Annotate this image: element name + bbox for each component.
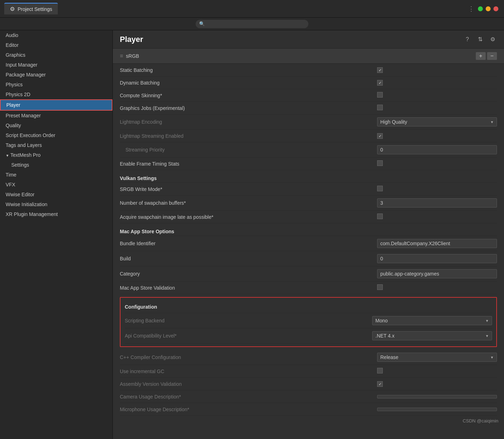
swapchain-buffers-field[interactable]: 3: [377, 198, 497, 208]
compute-skinning-checkbox[interactable]: [377, 92, 383, 98]
assembly-validation-row: Assembly Version Validation: [120, 378, 497, 390]
swapchain-buffers-label: Number of swapchain buffers*: [120, 200, 377, 206]
frame-timing-value: [377, 160, 497, 167]
content-scroll[interactable]: ≡ sRGB + − Static Batching: [113, 49, 504, 439]
bundle-id-field[interactable]: com.DefaultCompany.X26Client: [377, 239, 497, 248]
config-section: Configuration Scripting Backend Mono ▼ A…: [120, 297, 497, 347]
search-input[interactable]: [207, 21, 305, 26]
dots-icon: ⋮: [468, 5, 475, 13]
static-batching-value: [377, 67, 497, 73]
static-batching-row: Static Batching: [120, 64, 497, 76]
cpp-compiler-dropdown[interactable]: Release ▼: [377, 353, 497, 362]
lightmap-encoding-option: High Quality: [380, 119, 407, 125]
add-button[interactable]: +: [476, 52, 486, 60]
scripting-backend-value: Mono ▼: [372, 316, 492, 325]
sidebar-item-xr-plugin[interactable]: XR Plugin Management: [0, 209, 112, 219]
assembly-validation-checkbox[interactable]: [377, 381, 383, 387]
sidebar-item-audio[interactable]: Audio: [0, 30, 112, 40]
streaming-priority-field[interactable]: 0: [377, 145, 497, 154]
sidebar-item-tags-and-layers[interactable]: Tags and Layers: [0, 140, 112, 150]
sidebar-item-physics[interactable]: Physics: [0, 80, 112, 89]
mac-heading-label: Mac App Store Options: [120, 229, 174, 234]
maximize-button[interactable]: [478, 6, 483, 11]
microphone-usage-label: Microphone Usage Description*: [120, 407, 377, 412]
lightmap-encoding-row: Lightmap Encoding High Quality ▼: [120, 115, 497, 130]
settings-gear-icon[interactable]: ⚙: [488, 35, 497, 44]
mac-validation-value: [377, 284, 497, 291]
frame-timing-label: Enable Frame Timing Stats: [120, 161, 377, 167]
graphics-jobs-value: [377, 105, 497, 111]
title-bar-label: Project Settings: [18, 6, 52, 12]
dynamic-batching-checkbox[interactable]: [377, 80, 383, 86]
lightmap-encoding-dropdown[interactable]: High Quality ▼: [377, 117, 497, 126]
srgb-label: sRGB: [126, 53, 139, 59]
mac-validation-label: Mac App Store Validation: [120, 285, 377, 291]
sidebar-item-package-manager[interactable]: Package Manager: [0, 70, 112, 80]
content-area: Player ? ⇅ ⚙ ≡ sRGB + −: [113, 30, 504, 439]
srgb-write-checkbox[interactable]: [377, 186, 383, 191]
compute-skinning-label: Compute Skinning*: [120, 93, 377, 98]
sidebar-item-script-execution-order[interactable]: Script Execution Order: [0, 130, 112, 140]
remove-button[interactable]: −: [487, 52, 497, 60]
microphone-usage-field[interactable]: [377, 408, 497, 411]
sidebar-item-textmesh-pro[interactable]: ▼ TextMesh Pro: [0, 150, 112, 160]
build-label: Build: [120, 256, 377, 261]
sidebar-item-physics-2d[interactable]: Physics 2D: [0, 89, 112, 99]
graphics-jobs-label: Graphics Jobs (Experimental): [120, 105, 377, 111]
page-title: Player: [120, 35, 463, 44]
srgb-write-row: SRGB Write Mode*: [120, 183, 497, 196]
lightmap-encoding-value: High Quality ▼: [377, 117, 497, 126]
minimize-button[interactable]: [486, 6, 491, 11]
api-compat-value: .NET 4.x ▼: [372, 331, 492, 340]
extra-settings-section: C++ Compiler Configuration Release ▼ Use…: [113, 350, 504, 416]
swapchain-buffers-row: Number of swapchain buffers* 3: [120, 196, 497, 211]
add-remove-buttons: + −: [476, 52, 497, 60]
sidebar-item-player[interactable]: Player: [0, 99, 112, 111]
sidebar-item-wwise-editor[interactable]: Wwise Editor: [0, 190, 112, 199]
sidebar-item-editor[interactable]: Editor: [0, 40, 112, 50]
srgb-handle-icon: ≡: [120, 53, 123, 59]
incremental-gc-checkbox[interactable]: [377, 368, 383, 373]
graphics-jobs-checkbox[interactable]: [377, 105, 383, 110]
title-bar-tab[interactable]: ⚙ Project Settings: [4, 3, 58, 14]
mac-validation-checkbox[interactable]: [377, 284, 383, 290]
api-compat-option: .NET 4.x: [375, 333, 394, 339]
bundle-id-label: Bundle Identifier: [120, 241, 377, 246]
sidebar-item-input-manager[interactable]: Input Manager: [0, 60, 112, 70]
sidebar-item-preset-manager[interactable]: Preset Manager: [0, 111, 112, 120]
assembly-validation-value: [377, 381, 497, 387]
frame-timing-checkbox[interactable]: [377, 160, 383, 166]
close-button[interactable]: [493, 6, 498, 11]
bundle-id-row: Bundle Identifier com.DefaultCompany.X26…: [120, 236, 497, 251]
sidebar-item-vfx[interactable]: VFX: [0, 180, 112, 190]
vulkan-heading: Vulkan Settings: [120, 170, 497, 183]
scripting-backend-arrow: ▼: [485, 319, 489, 323]
lightmap-streaming-value: [377, 133, 497, 139]
static-batching-checkbox[interactable]: [377, 67, 383, 73]
sidebar-item-graphics[interactable]: Graphics: [0, 50, 112, 60]
sidebar-item-wwise-init[interactable]: Wwise Initialization: [0, 199, 112, 209]
scripting-backend-dropdown[interactable]: Mono ▼: [372, 316, 492, 325]
search-wrap[interactable]: 🔍: [196, 20, 308, 28]
lightmap-streaming-checkbox[interactable]: [377, 133, 383, 139]
api-compat-arrow: ▼: [485, 334, 489, 338]
help-icon[interactable]: ?: [463, 35, 472, 44]
sidebar-item-settings[interactable]: Settings: [0, 160, 112, 170]
main-settings-section: Static Batching Dynamic Batching Compute…: [113, 64, 504, 294]
api-compat-label: Api Compatibility Level*: [125, 333, 372, 339]
scripting-backend-option: Mono: [375, 318, 388, 323]
scripting-backend-row: Scripting Backend Mono ▼: [125, 313, 492, 328]
swapchain-late-row: Acquire swapchain image late as possible…: [120, 211, 497, 223]
camera-usage-field[interactable]: [377, 395, 497, 398]
sidebar-item-time[interactable]: Time: [0, 170, 112, 180]
config-heading-label: Configuration: [125, 304, 157, 310]
sliders-icon[interactable]: ⇅: [476, 35, 484, 44]
swapchain-late-checkbox[interactable]: [377, 214, 383, 219]
build-field[interactable]: 0: [377, 254, 497, 263]
lightmap-encoding-arrow: ▼: [490, 120, 494, 124]
sidebar-item-quality[interactable]: Quality: [0, 120, 112, 130]
mac-heading: Mac App Store Options: [120, 223, 497, 236]
streaming-priority-label: Streaming Priority: [120, 147, 377, 153]
api-compat-dropdown[interactable]: .NET 4.x ▼: [372, 331, 492, 340]
category-field[interactable]: public.app-category.games: [377, 269, 497, 278]
